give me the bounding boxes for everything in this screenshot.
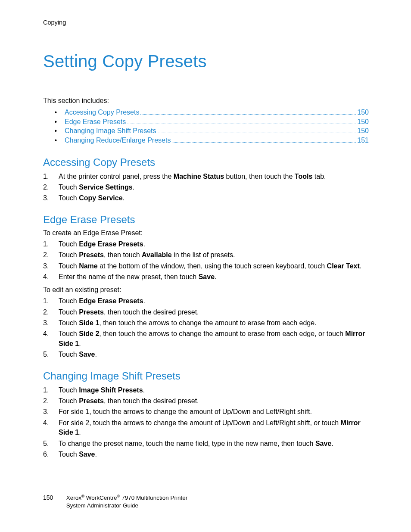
- step-text: .: [79, 429, 81, 436]
- toc-page-number: 150: [357, 109, 369, 116]
- lead-text: To edit an existing preset:: [43, 286, 369, 294]
- step-bold-text: Save: [79, 351, 95, 358]
- step-bold-text: Presets: [79, 397, 104, 404]
- step-text: .: [95, 451, 97, 458]
- step-bold-text: Image Shift Presets: [79, 386, 143, 394]
- step-item: Touch Image Shift Presets.: [43, 386, 369, 395]
- step-item: Touch Edge Erase Presets.: [43, 240, 369, 249]
- step-text: , then touch the desired preset.: [104, 397, 199, 404]
- step-text: Touch: [59, 194, 79, 202]
- step-text: , then touch the arrows to change the am…: [99, 319, 316, 327]
- step-item: At the printer control panel, press the …: [43, 172, 369, 181]
- toc-item: • Edge Erase Presets 150: [43, 117, 369, 125]
- toc-leader: [127, 117, 356, 124]
- step-item: Touch Name at the bottom of the window, …: [43, 261, 369, 271]
- heading-changing-image-shift-presets: Changing Image Shift Presets: [43, 370, 369, 382]
- step-bold-text: Save: [315, 440, 331, 447]
- step-text: .: [143, 240, 145, 248]
- toc-item: • Changing Reduce/Enlarge Presets 151: [43, 136, 369, 144]
- footer-line1: Xerox® WorkCentre® 7970 Multifunction Pr…: [66, 495, 188, 501]
- heading-edge-erase-presets: Edge Erase Presets: [43, 214, 369, 226]
- step-text: Touch: [59, 184, 79, 191]
- toc-link-changing-reduce-enlarge-presets[interactable]: Changing Reduce/Enlarge Presets: [65, 137, 171, 144]
- step-bold-text: Name: [79, 262, 98, 270]
- step-text: .: [215, 273, 216, 280]
- step-item: Touch Side 1, then touch the arrows to c…: [43, 318, 369, 328]
- toc-leader: [172, 136, 356, 142]
- section-includes-label: This section includes:: [43, 97, 369, 105]
- toc-page-number: 150: [357, 127, 369, 135]
- steps-edge-erase-edit: Touch Edge Erase Presets.Touch Presets, …: [43, 296, 369, 359]
- step-text: at the bottom of the window, then, using…: [98, 262, 327, 270]
- page-title: Setting Copy Presets: [43, 52, 369, 71]
- step-item: Touch Save.: [43, 350, 369, 359]
- step-bold-text: Presets: [79, 251, 104, 258]
- step-item: Touch Presets, then touch the desired pr…: [43, 308, 369, 317]
- step-text: button, then touch the: [224, 173, 295, 180]
- step-bold-text: Save: [199, 273, 215, 280]
- step-text: At the printer control panel, press the: [59, 173, 174, 180]
- step-text: Touch: [59, 397, 79, 404]
- step-bold-text: Copy Service: [79, 194, 122, 202]
- step-text: Enter the name of the new preset, then t…: [59, 273, 199, 280]
- document-page: Copying Setting Copy Presets This sectio…: [0, 0, 411, 459]
- step-bold-text: Save: [79, 451, 95, 458]
- bullet-icon: •: [43, 118, 65, 126]
- step-text: Touch: [59, 251, 79, 258]
- step-bold-text: Presets: [79, 308, 104, 316]
- step-text: To change the preset name, touch the nam…: [59, 440, 315, 447]
- step-item: Touch Copy Service.: [43, 193, 369, 203]
- step-text: .: [360, 262, 361, 270]
- step-text: Touch: [59, 240, 79, 248]
- running-header: Copying: [43, 19, 369, 26]
- step-item: Enter the name of the new preset, then t…: [43, 272, 369, 282]
- step-bold-text: Edge Erase Presets: [79, 297, 143, 305]
- step-bold-text: Available: [142, 251, 172, 258]
- step-text: For side 2, touch the arrows to change t…: [59, 419, 341, 426]
- step-text: .: [123, 194, 125, 202]
- bullet-icon: •: [43, 127, 65, 135]
- step-item: Touch Presets, then touch the desired pr…: [43, 396, 369, 406]
- step-text: tab.: [312, 173, 326, 180]
- step-bold-text: Machine Status: [174, 173, 224, 180]
- step-item: For side 2, touch the arrows to change t…: [43, 418, 369, 438]
- step-text: , then touch the arrows to change the am…: [99, 330, 345, 337]
- steps-accessing: At the printer control panel, press the …: [43, 172, 369, 203]
- step-text: , then touch: [104, 251, 142, 258]
- step-item: Touch Save.: [43, 450, 369, 459]
- bullet-icon: •: [43, 137, 65, 144]
- toc-link-edge-erase-presets[interactable]: Edge Erase Presets: [65, 118, 126, 126]
- step-text: Touch: [59, 319, 79, 327]
- step-item: To change the preset name, touch the nam…: [43, 439, 369, 448]
- steps-edge-erase-create: Touch Edge Erase Presets.Touch Presets, …: [43, 240, 369, 282]
- toc-leader: [140, 108, 356, 115]
- toc-item: • Accessing Copy Presets 150: [43, 108, 369, 116]
- step-text: in the list of presets.: [172, 251, 235, 258]
- step-text: Touch: [59, 330, 79, 337]
- toc-page-number: 151: [357, 137, 369, 144]
- step-bold-text: Side 1: [79, 319, 99, 327]
- toc-list: • Accessing Copy Presets 150 • Edge Eras…: [43, 108, 369, 144]
- steps-image-shift: Touch Image Shift Presets.Touch Presets,…: [43, 386, 369, 460]
- step-text: Touch: [59, 351, 79, 358]
- toc-page-number: 150: [357, 118, 369, 126]
- step-text: For side 1, touch the arrows to change t…: [59, 408, 312, 415]
- step-bold-text: Clear Text: [327, 262, 360, 270]
- step-text: Touch: [59, 386, 79, 394]
- step-item: Touch Presets, then touch Available in t…: [43, 250, 369, 260]
- step-bold-text: Service Settings: [79, 184, 133, 191]
- step-text: Touch: [59, 308, 79, 316]
- toc-item: • Changing Image Shift Presets 150: [43, 127, 369, 135]
- step-text: .: [331, 440, 333, 447]
- footer-page-number: 150: [43, 494, 65, 502]
- heading-accessing-copy-presets: Accessing Copy Presets: [43, 156, 369, 168]
- step-item: Touch Side 2, then touch the arrows to c…: [43, 329, 369, 348]
- toc-link-accessing-copy-presets[interactable]: Accessing Copy Presets: [65, 109, 139, 116]
- footer-line2: System Administrator Guide: [66, 502, 138, 509]
- step-bold-text: Edge Erase Presets: [79, 240, 143, 248]
- step-text: .: [143, 386, 145, 394]
- step-text: .: [79, 340, 81, 347]
- step-item: Touch Service Settings.: [43, 183, 369, 192]
- toc-link-changing-image-shift-presets[interactable]: Changing Image Shift Presets: [65, 127, 156, 135]
- step-text: .: [143, 297, 145, 305]
